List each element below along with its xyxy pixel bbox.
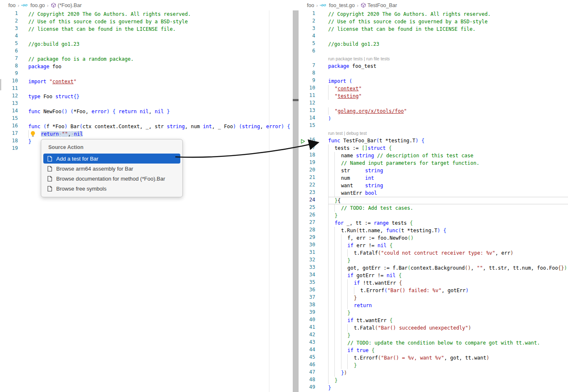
code-line-1[interactable]: 1// Copyright 2020 The Go Authors. All r… — [0, 10, 292, 18]
code-text[interactable]: } — [328, 309, 568, 317]
code-line-28[interactable]: 28t.Run(tt.name, func(t *testing.T) { — [299, 227, 568, 234]
code-line-11[interactable]: 11 — [0, 85, 292, 93]
code-text[interactable] — [28, 33, 292, 40]
code-text[interactable]: ) — [328, 115, 568, 122]
line-number[interactable]: 12 — [0, 93, 18, 100]
code-line-17[interactable]: 17tests := []struct { — [299, 144, 568, 152]
breadcrumb-left-item-2[interactable]: (*Foo).Bar — [51, 2, 82, 8]
code-line-38[interactable]: 38return — [299, 302, 568, 309]
code-text[interactable]: } — [328, 332, 568, 339]
line-number[interactable]: 35 — [299, 279, 315, 287]
code-line-16[interactable]: 16func (f *Foo) Bar(ctx context.Context,… — [0, 123, 292, 130]
code-line-41[interactable]: 41t.Fatal("Bar() succeeded unexpectedly"… — [299, 324, 568, 332]
code-text[interactable]: for _, tt := range tests { — [328, 219, 568, 227]
line-number[interactable]: 22 — [299, 182, 315, 189]
code-text[interactable]: t.Run(tt.name, func(t *testing.T) { — [328, 227, 568, 234]
code-text[interactable]: } — [328, 294, 568, 302]
code-line-43[interactable]: 43// TODO: update the condition below to… — [299, 339, 568, 347]
code-line-1[interactable]: 1// Copyright 2020 The Go Authors. All r… — [299, 10, 568, 18]
line-number[interactable]: 30 — [299, 242, 315, 249]
breadcrumb-left-item-0[interactable]: foo — [8, 2, 15, 8]
line-number[interactable]: 16 — [0, 123, 18, 130]
code-line-33[interactable]: 33got, gotErr := f.Bar(context.Backgroun… — [299, 264, 568, 272]
code-text[interactable]: "context" — [328, 85, 568, 92]
code-text[interactable]: // Copyright 2020 The Go Authors. All ri… — [28, 10, 292, 18]
code-text[interactable]: // Copyright 2020 The Go Authors. All ri… — [328, 10, 568, 18]
line-number[interactable]: 4 — [0, 33, 18, 40]
line-number[interactable]: 49 — [299, 384, 315, 392]
code-line-8[interactable]: 8package foo — [0, 63, 292, 70]
code-line-12[interactable]: 12 — [299, 100, 568, 107]
code-text[interactable]: t.Errorf("Bar() failed: %v", gotErr) — [328, 287, 568, 294]
line-number[interactable]: 29 — [299, 234, 315, 242]
code-line-10[interactable]: 10"context" — [299, 85, 568, 92]
code-line-6[interactable]: 6 — [0, 48, 292, 55]
code-text[interactable]: name string // description of this test … — [328, 152, 568, 159]
code-text[interactable]: got, gotErr := f.Bar(context.Background(… — [328, 264, 568, 272]
code-line-31[interactable]: 31t.Fatalf("could not contruct receiver … — [299, 249, 568, 257]
code-line-47[interactable]: 47}) — [299, 369, 568, 377]
line-number[interactable]: 24 — [299, 197, 315, 204]
code-text[interactable]: if !tt.wantErr { — [328, 279, 568, 287]
lightbulb-icon[interactable] — [30, 131, 36, 137]
line-number[interactable]: 13 — [0, 100, 18, 108]
line-number[interactable]: 3 — [299, 25, 315, 33]
line-number[interactable]: 9 — [0, 70, 18, 78]
line-number[interactable]: 17 — [299, 144, 315, 152]
code-line-48[interactable]: 48} — [299, 377, 568, 384]
line-number[interactable]: 31 — [299, 249, 315, 257]
code-text[interactable]: t.Fatalf("could not contruct receiver ty… — [328, 249, 568, 257]
line-number[interactable]: 12 — [299, 100, 315, 107]
line-number[interactable]: 47 — [299, 369, 315, 377]
code-text[interactable]: if tt.wantErr { — [328, 317, 568, 324]
line-number[interactable]: 2 — [299, 18, 315, 25]
line-number[interactable]: 4 — [299, 33, 315, 40]
code-text[interactable]: }) — [328, 369, 568, 377]
code-text[interactable] — [328, 122, 568, 130]
code-line-39[interactable]: 39} — [299, 309, 568, 317]
code-line-23[interactable]: 23wantErr bool — [299, 189, 568, 197]
code-line-35[interactable]: 35if !tt.wantErr { — [299, 279, 568, 287]
code-line-18[interactable]: 18name string // description of this tes… — [299, 152, 568, 159]
code-text[interactable]: package foo_test — [328, 62, 568, 70]
line-number[interactable]: 5 — [0, 40, 18, 48]
code-line-36[interactable]: 36t.Errorf("Bar() failed: %v", gotErr) — [299, 287, 568, 294]
code-line-13[interactable]: 13 — [0, 100, 292, 108]
code-line-5[interactable]: 5//go:build go1.23 — [0, 40, 292, 48]
breadcrumb-left-item-1[interactable]: GOfoo.go — [21, 2, 45, 8]
code-text[interactable] — [328, 70, 568, 77]
line-number[interactable]: 9 — [299, 77, 315, 85]
line-number[interactable]: 1 — [299, 10, 315, 18]
line-number[interactable]: 36 — [299, 287, 315, 294]
line-number[interactable]: 5 — [299, 40, 315, 48]
line-number[interactable]: 1 — [0, 10, 18, 18]
line-number[interactable]: 44 — [299, 347, 315, 354]
line-number[interactable]: 7 — [0, 55, 18, 63]
code-line-24[interactable]: 24}{ — [299, 197, 568, 204]
code-text[interactable]: type Foo struct{} — [28, 93, 292, 100]
code-line-17[interactable]: 17return·"",·nil — [0, 130, 292, 138]
code-line-29[interactable]: 29f, err := foo.NewFoo() — [299, 234, 568, 242]
code-line-14[interactable]: 14func NewFoo() (*Foo, error) { return n… — [0, 108, 292, 115]
code-text[interactable]: } — [328, 362, 568, 369]
code-text[interactable]: // TODO: Add test cases. — [328, 204, 568, 212]
menu-item-0[interactable]: Add a test for Bar — [43, 154, 180, 164]
code-line-9[interactable]: 9 — [0, 70, 292, 78]
line-number[interactable]: 33 — [299, 264, 315, 272]
code-text[interactable]: str string — [328, 167, 568, 174]
code-text[interactable]: if gotErr != nil { — [328, 272, 568, 279]
breadcrumb-right-item-0[interactable]: foo — [307, 2, 314, 8]
line-number[interactable]: 45 — [299, 354, 315, 362]
line-number[interactable]: 48 — [299, 377, 315, 384]
code-line-20[interactable]: 20str string — [299, 167, 568, 174]
line-number[interactable]: 40 — [299, 317, 315, 324]
line-number[interactable]: 15 — [299, 122, 315, 130]
code-line-34[interactable]: 34if gotErr != nil { — [299, 272, 568, 279]
code-line-22[interactable]: 22want string — [299, 182, 568, 189]
code-text[interactable]: return — [328, 302, 568, 309]
code-text[interactable]: if true { — [328, 347, 568, 354]
code-line-3[interactable]: 3// license that can be found in the LIC… — [0, 25, 292, 33]
code-text[interactable]: t.Fatal("Bar() succeeded unexpectedly") — [328, 324, 568, 332]
code-text[interactable]: t.Errorf("Bar() = %v, want %v", got, tt.… — [328, 354, 568, 362]
code-text[interactable]: wantErr bool — [328, 189, 568, 197]
